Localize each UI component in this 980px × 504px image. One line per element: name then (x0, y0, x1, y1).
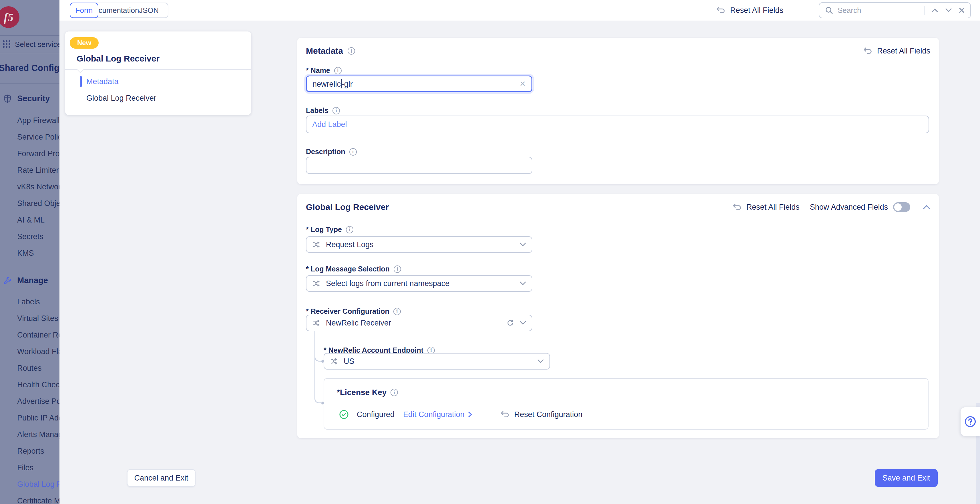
receiver-configuration-select[interactable]: NewRelic Receiver (306, 315, 532, 331)
sidebar-item[interactable]: Public IP Addr (17, 410, 59, 426)
sidebar-item[interactable]: Workload Flav (17, 343, 59, 360)
sidebar-item[interactable]: Global Log Re (17, 476, 59, 493)
license-key-row: Configured Edit Configuration Reset Conf… (339, 410, 582, 419)
cancel-and-exit-button[interactable]: Cancel and Exit (127, 469, 196, 487)
description-input[interactable] (306, 157, 532, 174)
sidebar-item[interactable]: Rate Limiter P (17, 162, 59, 179)
sidebar-item[interactable]: vK8s Network (17, 179, 59, 195)
license-key-box: *License Keyi Configured Edit Configurat… (324, 378, 929, 430)
license-key-label: *License Keyi (337, 388, 398, 397)
sidebar-item[interactable]: Certificate Ma (17, 493, 59, 504)
panel-nav-item[interactable]: Global Log Receiver (65, 90, 251, 107)
info-icon[interactable]: i (348, 47, 355, 55)
collapse-section-button[interactable] (923, 204, 930, 210)
sidebar-item[interactable]: Container Reg (17, 327, 59, 343)
branch-icon (330, 357, 339, 365)
add-label-placeholder[interactable]: Add Label (312, 120, 347, 129)
check-circle-icon (339, 410, 349, 419)
sidebar-item[interactable]: Shared Objec (17, 195, 59, 212)
sidebar-item[interactable]: App Firewall (17, 112, 59, 129)
sidebar-item[interactable]: Labels (17, 293, 59, 310)
search-placeholder: Search (838, 6, 861, 15)
chevron-down-icon[interactable] (945, 8, 952, 13)
log-type-label: * Log Typei (306, 225, 353, 234)
info-icon[interactable]: i (394, 265, 401, 273)
search-input[interactable]: Search (819, 2, 971, 18)
sidebar-section-manage[interactable]: Manage (3, 276, 48, 285)
reset-label: Reset All Fields (877, 46, 930, 56)
metadata-reset-button[interactable]: Reset All Fields (863, 46, 930, 56)
save-and-exit-button[interactable]: Save and Exit (875, 469, 938, 487)
metadata-card-header: Metadata i Reset All Fields (306, 45, 930, 57)
info-icon[interactable]: i (349, 148, 357, 156)
tab[interactable]: Form (70, 3, 99, 18)
reset-all-fields-top-button[interactable]: Reset All Fields (716, 6, 783, 15)
refresh-icon[interactable] (507, 319, 514, 327)
chevron-down-icon (538, 359, 544, 363)
reset-all-label: Reset All Fields (730, 6, 783, 15)
log-message-selection-label: * Log Message Selectioni (306, 265, 401, 273)
sidebar-item[interactable]: Forward Proxy (17, 145, 59, 162)
branch-icon (312, 240, 321, 249)
sidebar-item[interactable]: AI & ML (17, 212, 59, 228)
glr-reset-button[interactable]: Reset All Fields (732, 203, 800, 212)
divider (0, 53, 59, 53)
advanced-fields-toggle[interactable] (893, 202, 910, 212)
labels-input[interactable]: Add Label (306, 116, 929, 133)
toggle-knob (894, 203, 902, 211)
top-header: FormDocumentationJSON Reset All Fields S… (59, 0, 980, 21)
sidebar: f5 Select service Shared Config Security… (0, 0, 59, 504)
help-button[interactable] (961, 407, 980, 436)
log-message-selection-value: Select logs from current namespace (326, 279, 449, 288)
info-icon[interactable]: i (334, 67, 342, 74)
edit-configuration-link[interactable]: Edit Configuration (403, 410, 465, 419)
sidebar-item[interactable]: Reports (17, 443, 59, 459)
manage-items: LabelsVirtual SitesContainer RegWorkload… (17, 293, 59, 504)
panel-nav-item[interactable]: Metadata (65, 73, 251, 90)
info-icon[interactable]: i (346, 226, 353, 233)
app-root: f5 Select service Shared Config Security… (0, 0, 980, 504)
reset-icon (732, 203, 742, 211)
reset-configuration-button[interactable]: Reset Configuration (500, 410, 582, 419)
chevron-right-icon (468, 411, 473, 418)
info-icon[interactable]: i (390, 389, 398, 396)
close-icon[interactable] (959, 8, 964, 13)
chevron-down-icon (520, 281, 526, 285)
sidebar-item[interactable]: Secrets (17, 228, 59, 245)
select-service-label: Select service (15, 40, 59, 49)
shield-icon (3, 94, 12, 103)
metadata-title: Metadata (306, 46, 343, 56)
tab[interactable]: Documentation (98, 3, 130, 18)
question-mark-icon (964, 416, 976, 427)
sidebar-item[interactable]: Virtual Sites (17, 310, 59, 327)
log-type-select[interactable]: Request Logs (306, 236, 532, 253)
view-tabs: FormDocumentationJSON (70, 3, 169, 18)
sidebar-item[interactable]: Health Check (17, 376, 59, 393)
info-icon[interactable]: i (332, 107, 340, 115)
sidebar-item[interactable]: Service Polici (17, 129, 59, 145)
newrelic-endpoint-select[interactable]: US (324, 353, 550, 370)
sidebar-item[interactable]: KMS (17, 245, 59, 262)
reset-configuration-label: Reset Configuration (514, 410, 582, 419)
log-message-selection-select[interactable]: Select logs from current namespace (306, 275, 532, 292)
select-service-button[interactable]: Select service (0, 36, 59, 53)
chevron-up-icon (923, 204, 930, 210)
receiver-configuration-value: NewRelic Receiver (326, 319, 391, 327)
sidebar-section-security[interactable]: Security (3, 94, 50, 103)
glr-card: Global Log Receiver Reset All Fields Sho… (298, 194, 939, 438)
chevron-up-icon[interactable] (931, 8, 938, 13)
name-value-after: -glr (342, 80, 353, 88)
labels-label: Labelsi (306, 107, 340, 115)
newrelic-endpoint-value: US (344, 357, 355, 366)
sidebar-item[interactable]: Routes (17, 360, 59, 376)
info-icon[interactable]: i (393, 308, 401, 315)
sidebar-item[interactable]: Alerts Manage (17, 426, 59, 443)
tab[interactable]: JSON (130, 3, 168, 18)
panel-title: Global Log Receiver (76, 54, 251, 64)
show-advanced-label: Show Advanced Fields (810, 203, 888, 212)
clear-icon[interactable]: ✕ (519, 80, 526, 88)
name-input[interactable]: newrelic-glr ✕ (306, 75, 532, 92)
sidebar-item[interactable]: Files (17, 459, 59, 476)
sidebar-item[interactable]: Advertise Poli (17, 393, 59, 410)
name-value-before: newrelic (312, 80, 341, 88)
